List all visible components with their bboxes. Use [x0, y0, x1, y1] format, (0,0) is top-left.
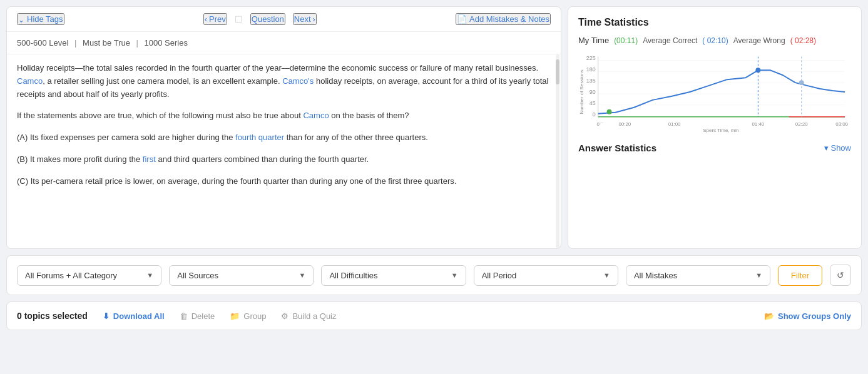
question-text: If the statements above are true, which … [17, 109, 551, 123]
difficulty-level: 500-600 Level [17, 38, 68, 48]
svg-text:0: 0 [593, 111, 596, 118]
mistakes-chevron-icon: ▼ [755, 271, 762, 279]
filter-button[interactable]: Filter [778, 265, 822, 286]
time-statistics-title: Time Statistics [578, 17, 851, 28]
answer-statistics-title: Answer Statistics [578, 143, 656, 153]
svg-text:135: 135 [586, 78, 596, 84]
avg-correct-label: Average Correct [643, 36, 697, 45]
download-icon: ⬇ [103, 311, 110, 321]
svg-text:02:20: 02:20 [795, 122, 808, 128]
avg-wrong-label: Average Wrong [733, 36, 785, 45]
scrollbar-thumb[interactable] [556, 59, 559, 84]
forum-category-chevron-icon: ▼ [146, 271, 153, 279]
prev-chevron-icon: ‹ [205, 14, 207, 24]
difficulties-dropdown[interactable]: All Difficulties ▼ [321, 265, 466, 286]
series: 1000 Series [145, 38, 188, 48]
avg-wrong-value: ( 02:28) [790, 36, 816, 45]
svg-text:01:00: 01:00 [668, 122, 681, 128]
trash-icon: 🗑 [180, 311, 188, 321]
question-type: Must be True [83, 38, 130, 48]
meta-sep2: | [136, 38, 138, 48]
forum-category-dropdown[interactable]: All Forums + All Category ▼ [17, 265, 161, 286]
passage-text: Holiday receipts—the total sales recorde… [17, 62, 551, 101]
period-chevron-icon: ▼ [603, 271, 610, 279]
stats-panel: Time Statistics My Time (00:11) Average … [568, 6, 862, 249]
folder-icon: 📁 [230, 311, 240, 321]
svg-text:Number of Sessions: Number of Sessions [579, 69, 585, 114]
sources-chevron-icon: ▼ [299, 271, 306, 279]
group-button[interactable]: 📁 Group [230, 311, 266, 321]
document-icon: 📄 [457, 14, 467, 24]
my-time-value: (00:11) [614, 36, 638, 45]
question-button[interactable]: Question [250, 13, 285, 25]
period-dropdown[interactable]: All Period ▼ [474, 265, 618, 286]
nav-group: ‹ Prev ☐ Question Next › [203, 13, 317, 25]
show-groups-only-button[interactable]: 📂 Show Groups Only [764, 311, 851, 321]
next-chevron-icon: › [313, 14, 315, 24]
svg-text:00:20: 00:20 [618, 122, 631, 128]
svg-text:45: 45 [590, 100, 596, 106]
svg-text:225: 225 [586, 55, 596, 61]
reset-button[interactable]: ↺ [830, 265, 851, 286]
question-header: Hide Tags ‹ Prev ☐ Question Next › [7, 7, 561, 32]
choice-b: (B) It makes more profit during the firs… [17, 153, 551, 166]
bottom-bar: 0 topics selected ⬇ Download All 🗑 Delet… [6, 301, 862, 330]
meta-sep1: | [74, 38, 76, 48]
filter-section: All Forums + All Category ▼ All Sources … [6, 255, 862, 295]
choice-a: (A) Its fixed expenses per camera sold a… [17, 131, 551, 144]
svg-point-16 [755, 68, 760, 73]
topics-selected-count: 0 topics selected [17, 311, 88, 321]
svg-point-14 [607, 109, 612, 114]
svg-text:0: 0 [597, 122, 600, 128]
download-all-button[interactable]: ⬇ Download All [103, 311, 165, 321]
answer-statistics-header: Answer Statistics ▾ Show [578, 143, 851, 153]
svg-text:01:40: 01:40 [752, 122, 764, 128]
svg-text:90: 90 [590, 89, 596, 95]
delete-button[interactable]: 🗑 Delete [180, 311, 215, 321]
svg-text:Spent Time, min: Spent Time, min [703, 128, 738, 133]
svg-point-18 [799, 80, 804, 85]
reset-icon: ↺ [837, 270, 844, 280]
question-panel: Hide Tags ‹ Prev ☐ Question Next › [6, 6, 561, 249]
hide-tags-button[interactable]: Hide Tags [17, 13, 64, 25]
sources-dropdown[interactable]: All Sources ▼ [169, 265, 314, 286]
folder-open-icon: 📂 [764, 311, 774, 321]
svg-text:...: ... [600, 119, 604, 124]
time-stats-row: My Time (00:11) Average Correct ( 02:10)… [578, 36, 851, 45]
show-answer-stats-link[interactable]: ▾ Show [824, 143, 851, 153]
scrollbar-track [556, 54, 559, 248]
question-content[interactable]: Holiday receipts—the total sales recorde… [7, 54, 561, 248]
svg-text:180: 180 [586, 66, 596, 73]
next-button[interactable]: Next › [293, 13, 317, 25]
hide-tags-label: Hide Tags [27, 14, 63, 24]
build-quiz-button[interactable]: ⚙ Build a Quiz [281, 311, 336, 321]
mistakes-dropdown[interactable]: All Mistakes ▼ [626, 265, 770, 286]
svg-text:03:00: 03:00 [835, 122, 848, 128]
add-mistakes-notes-button[interactable]: 📄 Add Mistakes & Notes [456, 13, 551, 25]
my-time-label: My Time [578, 36, 609, 45]
avg-correct-value: ( 02:10) [702, 36, 728, 45]
choice-c: (C) Its per-camera retail price is lower… [17, 175, 551, 188]
time-chart: 225 180 135 90 45 0 [578, 51, 851, 133]
question-meta: 500-600 Level | Must be True | 1000 Seri… [7, 32, 561, 54]
difficulties-chevron-icon: ▼ [451, 271, 458, 279]
quiz-icon: ⚙ [281, 311, 288, 321]
prev-button[interactable]: ‹ Prev [203, 13, 227, 25]
nav-separator: ☐ [235, 14, 243, 24]
